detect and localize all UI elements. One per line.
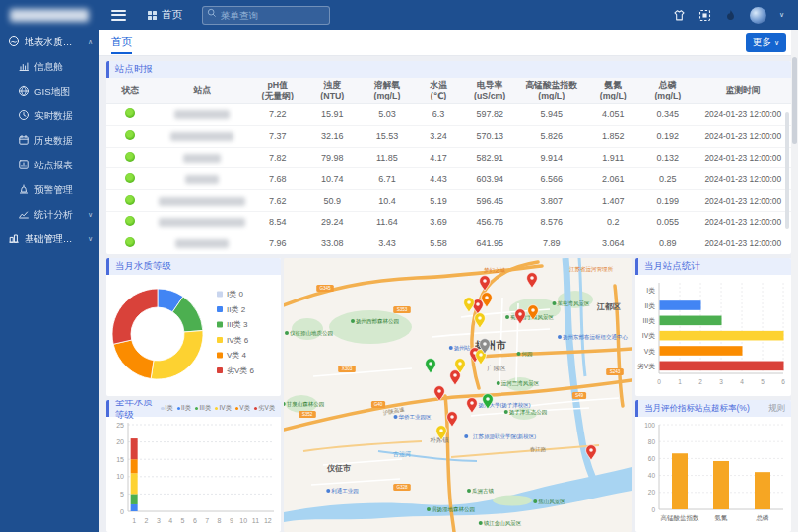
legend-item[interactable]: III类 <box>195 404 211 413</box>
globe-icon <box>18 85 31 98</box>
cell: 603.94 <box>462 168 517 190</box>
svg-text:5: 5 <box>181 517 185 524</box>
svg-text:扬州东部客运枢纽交通中心: 扬州东部客运枢纽交通中心 <box>563 333 629 341</box>
cell: 3.064 <box>585 233 640 254</box>
cell: 0.345 <box>640 103 696 125</box>
legend-item[interactable]: IV类 6 <box>217 336 249 345</box>
legend-item[interactable]: II类 <box>177 404 191 413</box>
svg-text:2: 2 <box>145 517 149 524</box>
cell: 582.91 <box>462 147 517 168</box>
legend-item[interactable]: 劣V类 6 <box>217 366 255 375</box>
svg-text:利通工业园: 利通工业园 <box>331 487 359 495</box>
svg-text:扬州西部森林公园: 扬州西部森林公园 <box>356 318 399 325</box>
station-name-redacted <box>159 197 245 206</box>
svg-text:1: 1 <box>678 378 682 385</box>
legend-item[interactable]: I类 0 <box>217 290 243 299</box>
svg-text:60: 60 <box>648 455 656 462</box>
column-header: pH值(无量纲) <box>250 78 305 103</box>
table-scrollbar[interactable] <box>785 112 789 229</box>
sidebar-item[interactable]: 站点报表 <box>0 153 99 177</box>
svg-text:20: 20 <box>648 489 656 496</box>
breadcrumb[interactable]: 首页 <box>148 8 182 22</box>
exceed-rate-panel: 当月评价指标站点超标率(%) 规则 020406080100高锰酸盐指数氨氮总磷 <box>635 400 791 532</box>
sidebar-item[interactable]: 实时数据 <box>0 103 99 128</box>
status-ok-dot <box>125 130 135 140</box>
legend-item[interactable]: II类 2 <box>217 305 246 314</box>
cell: 3.807 <box>517 190 586 212</box>
cell: 7.68 <box>250 168 305 190</box>
sidebar-item[interactable]: 历史数据 <box>0 128 99 153</box>
svg-text:镇江金山风景区: 镇江金山风景区 <box>484 520 522 527</box>
status-ok-dot <box>125 237 135 247</box>
cell: 7.96 <box>250 233 305 254</box>
theme-shirt-icon[interactable] <box>673 9 686 22</box>
grid-icon <box>148 11 157 20</box>
road-badge: S352 <box>299 411 316 418</box>
map-label: 扬州东部客运枢纽交通中心 <box>558 333 629 341</box>
tab-home[interactable]: 首页 <box>111 30 132 54</box>
map-label: 镇江金山风景区 <box>479 520 522 527</box>
sidebar-item[interactable]: GIS地图 <box>0 79 99 103</box>
station-name-redacted <box>170 132 233 141</box>
legend-item[interactable]: IV类 <box>215 404 232 413</box>
base-icon <box>8 233 21 245</box>
station-name-redacted <box>175 239 229 248</box>
user-avatar[interactable] <box>750 7 766 24</box>
svg-text:II类: II类 <box>644 302 655 309</box>
cell: 2024-01-23 12:00:00 <box>696 233 791 254</box>
table-row: 7.2215.915.036.3597.825.9454.0510.345202… <box>106 103 791 125</box>
svg-text:1: 1 <box>132 517 136 524</box>
station-map[interactable]: G345S353X303S352G40G328S243S49 扬州市江都区仪征市… <box>284 258 632 532</box>
svg-text:仪征市: 仪征市 <box>326 463 351 473</box>
table-row: 7.8279.9811.854.17582.919.9141.9110.1322… <box>106 147 791 168</box>
cell: 0.199 <box>640 190 696 212</box>
chevron-down-icon[interactable]: ∨ <box>779 11 784 19</box>
table-row: 7.3732.1615.533.24570.135.8261.8520.1922… <box>106 125 791 147</box>
main-area: 首页 更多∨ 站点时报 状态站点pH值(无量纲)浊度(NTU)溶解氧(mg/L)… <box>99 30 798 532</box>
legend-item[interactable]: V类 <box>235 404 250 413</box>
svg-text:II类 2: II类 2 <box>227 305 246 314</box>
legend-item[interactable]: 劣V类 <box>254 404 275 413</box>
svg-text:40: 40 <box>648 472 656 479</box>
cell: 2024-01-23 12:00:00 <box>696 211 791 233</box>
column-header: 总磷(mg/L) <box>640 78 696 103</box>
screenshot-layout-icon[interactable] <box>698 9 711 22</box>
cell: 11.85 <box>360 147 415 168</box>
app-window: 地表水质量监测系统∧信息舱GIS地图实时数据历史数据站点报表预警管理统计分析∨基… <box>0 0 798 532</box>
sidebar-item[interactable]: 统计分析∨ <box>0 202 99 227</box>
cell: 596.45 <box>462 190 517 212</box>
status-ok-dot <box>125 216 135 226</box>
sidebar-group[interactable]: 基础管理系统∨ <box>0 227 99 251</box>
legend-item[interactable]: III类 3 <box>217 320 248 329</box>
svg-text:瓜洲古镇: 瓜洲古镇 <box>472 488 495 495</box>
svg-text:25: 25 <box>116 422 124 429</box>
sidebar-group[interactable]: 地表水质量监测系统∧ <box>0 30 99 54</box>
cell: 33.08 <box>305 233 361 254</box>
legend-item[interactable]: V类 4 <box>217 351 247 360</box>
cell: 7.62 <box>250 190 305 212</box>
cell: 456.76 <box>462 211 517 233</box>
map-canvas[interactable]: G345S353X303S352G40G328S243S49 扬州市江都区仪征市… <box>284 258 632 532</box>
sidebar-item[interactable]: 信息舱 <box>0 54 99 79</box>
cell: 641.95 <box>462 233 517 254</box>
rules-link[interactable]: 规则 <box>768 403 785 415</box>
sidebar-item[interactable]: 预警管理 <box>0 177 99 202</box>
station-stats-panel: 当月站点统计 0123456I类II类III类IV类V类劣V类 <box>635 258 791 396</box>
topbar-actions: ∨ <box>673 7 784 24</box>
chevron-down-icon: ∨ <box>774 39 779 47</box>
sidebar-item-label: 历史数据 <box>34 134 88 147</box>
legend-item[interactable]: I类 <box>161 404 173 413</box>
cell: 2.061 <box>585 168 640 190</box>
search-input[interactable] <box>202 6 330 25</box>
cell: 5.03 <box>360 103 415 125</box>
collapse-menu-icon[interactable] <box>111 10 126 21</box>
map-label: 梦幻之城 <box>484 267 506 274</box>
road-badge: S243 <box>606 368 624 375</box>
cell: 11.64 <box>360 211 415 233</box>
cell: 50.9 <box>305 190 361 212</box>
page-scrollbar[interactable] <box>791 30 798 532</box>
svg-text:7: 7 <box>205 517 209 524</box>
map-label: 华侨工业园区 <box>394 414 432 421</box>
flame-icon[interactable] <box>724 9 737 22</box>
more-button[interactable]: 更多∨ <box>746 33 786 52</box>
